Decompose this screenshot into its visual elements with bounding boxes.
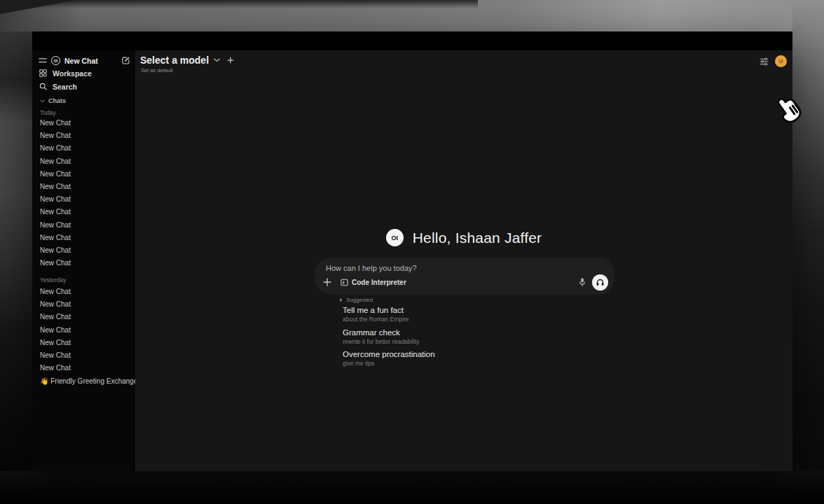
chevron-down-icon — [214, 58, 220, 62]
attach-plus-icon[interactable] — [323, 278, 331, 286]
user-avatar[interactable]: IJ — [775, 55, 787, 67]
suggestion-subtitle: give me tips — [343, 360, 435, 367]
chats-section-label: Chats — [48, 97, 66, 104]
chat-list-item[interactable]: New Chat — [32, 142, 135, 155]
suggestion-title: Tell me a fun fact — [343, 306, 435, 314]
chat-list-item[interactable]: New Chat — [32, 298, 135, 311]
wallpaper-right — [792, 0, 824, 472]
greeting-block: OI Hello, Ishaan Jaffer — [135, 229, 792, 246]
set-as-default-button[interactable]: Set as default — [141, 67, 173, 74]
code-interpreter-label: Code Interpreter — [352, 279, 406, 286]
wallpaper-left — [0, 31, 32, 472]
sidebar-toggle-icon[interactable] — [39, 57, 47, 64]
chats-section-toggle[interactable]: Chats — [32, 97, 135, 104]
message-input[interactable] — [326, 262, 604, 274]
window-titlebar — [32, 31, 792, 50]
chat-list-item-named[interactable]: 👋 Friendly Greeting Exchange — [32, 375, 135, 388]
suggestion-title: Overcome procrastination — [343, 350, 435, 358]
app-logo-icon: OI — [386, 229, 404, 246]
sidebar: OI New Chat Workspace Searc — [32, 50, 135, 471]
chat-list-item[interactable]: New Chat — [32, 130, 135, 142]
suggestion-item[interactable]: Grammar check rewrite it for better read… — [343, 328, 435, 345]
app-logo-icon: OI — [51, 56, 60, 65]
chat-list-item[interactable]: New Chat — [32, 219, 135, 232]
workspace-grid-icon — [39, 69, 47, 77]
chat-list-item[interactable]: New Chat — [32, 349, 135, 362]
chat-list-item[interactable]: New Chat — [32, 117, 135, 130]
sidebar-item-label: Workspace — [53, 69, 92, 78]
suggestion-title: Grammar check — [343, 328, 435, 337]
suggestion-item[interactable]: Overcome procrastination give me tips — [343, 350, 435, 367]
headphones-icon — [596, 278, 605, 287]
chat-list-item[interactable]: New Chat — [32, 362, 135, 374]
chat-list-item[interactable]: New Chat — [32, 155, 135, 168]
chat-list-today: New Chat New Chat New Chat New Chat New … — [32, 117, 135, 270]
suggestion-item[interactable]: Tell me a fun fact about the Roman Empir… — [343, 306, 435, 323]
wallpaper-top — [0, 0, 824, 31]
suggested-header: Suggested — [338, 297, 373, 303]
microphone-icon[interactable] — [579, 277, 586, 287]
chat-group-label-yesterday: Yesterday — [40, 276, 67, 284]
bolt-icon — [338, 297, 343, 303]
sidebar-item-label: Search — [53, 83, 77, 91]
header-controls: IJ — [760, 55, 787, 67]
chat-list-item[interactable]: New Chat — [32, 324, 135, 337]
desktop: OI New Chat Workspace Searc — [0, 0, 824, 504]
model-selector-label[interactable]: Select a model — [140, 55, 209, 66]
sidebar-header: OI New Chat — [39, 55, 130, 66]
sidebar-app-title: New Chat — [64, 57, 117, 65]
chat-list-item[interactable]: New Chat — [32, 337, 135, 349]
chevron-down-icon — [40, 99, 45, 103]
greeting-text: Hello, Ishaan Jaffer — [413, 230, 542, 246]
wallpaper-bottom — [0, 471, 824, 504]
app-window: OI New Chat Workspace Searc — [32, 31, 792, 471]
chat-list-item[interactable]: New Chat — [32, 244, 135, 257]
chat-list-item[interactable]: New Chat — [32, 168, 135, 181]
chat-list-item[interactable]: New Chat — [32, 232, 135, 244]
code-interpreter-icon — [341, 279, 348, 286]
add-model-icon[interactable] — [227, 57, 234, 64]
suggestion-list: Tell me a fun fact about the Roman Empir… — [343, 306, 435, 372]
suggestion-subtitle: about the Roman Empire — [343, 316, 435, 323]
chat-list-item[interactable]: New Chat — [32, 181, 135, 193]
chat-controls-icon[interactable] — [760, 57, 769, 66]
chat-list-item[interactable]: New Chat — [32, 257, 135, 270]
search-icon — [39, 83, 47, 90]
message-input-card: Code Interpreter — [315, 258, 614, 295]
model-selector[interactable]: Select a model — [140, 55, 234, 66]
chat-list-item[interactable]: New Chat — [32, 193, 135, 206]
suggestion-subtitle: rewrite it for better readability — [343, 338, 435, 345]
code-interpreter-toggle[interactable]: Code Interpreter — [341, 279, 406, 286]
chat-list-item[interactable]: New Chat — [32, 286, 135, 298]
suggested-label: Suggested — [346, 297, 373, 303]
chat-list-item[interactable]: New Chat — [32, 311, 135, 323]
main-pane: Select a model Set as default IJ — [135, 50, 792, 471]
sidebar-item-workspace[interactable]: Workspace — [32, 69, 135, 78]
voice-call-button[interactable] — [592, 274, 608, 290]
chat-list-yesterday: New Chat New Chat New Chat New Chat New … — [32, 286, 135, 374]
sidebar-item-search[interactable]: Search — [32, 82, 135, 91]
chat-group-label-today: Today — [40, 109, 56, 116]
chat-list-item[interactable]: New Chat — [32, 206, 135, 218]
new-chat-icon[interactable] — [121, 56, 130, 65]
input-toolbar: Code Interpreter — [323, 274, 608, 290]
